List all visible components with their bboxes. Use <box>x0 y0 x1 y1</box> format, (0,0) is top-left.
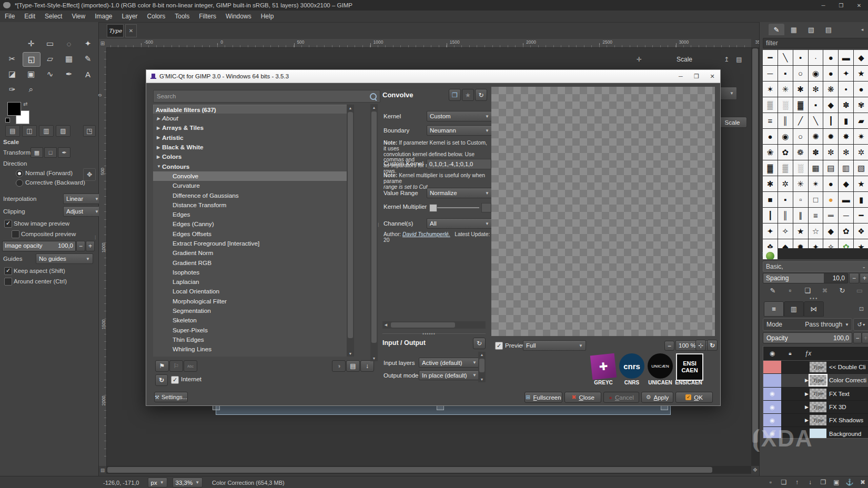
brush-swatch[interactable]: ╲ <box>778 50 793 65</box>
brush-swatch[interactable]: ✻ <box>839 145 853 160</box>
brush-swatch[interactable]: ▰ <box>854 113 868 128</box>
filter-item[interactable]: Morphological Filter <box>153 297 347 306</box>
list-view-button[interactable]: ▤ <box>346 360 360 372</box>
navigation-icon[interactable]: ✥ <box>751 466 759 474</box>
brush-swatch[interactable]: ◆ <box>854 50 868 65</box>
menu-tools[interactable]: Tools <box>170 11 194 22</box>
layer-thumbnail[interactable]: Type <box>810 362 826 372</box>
around-center-checkbox[interactable] <box>4 278 12 286</box>
opacity-decrease-button[interactable]: − <box>76 241 85 251</box>
menu-view[interactable]: View <box>67 11 90 22</box>
settings-button[interactable]: ⚒ Settings... <box>154 392 188 402</box>
io-scrollbar[interactable]: ▲ ▼ <box>478 352 486 382</box>
layer-expand-icon[interactable]: ▶ <box>781 404 809 410</box>
menu-edit[interactable]: Edit <box>19 11 40 22</box>
add-layer-mask-icon[interactable]: ▣ <box>831 477 842 486</box>
layer-expand-icon[interactable]: ▶ <box>781 378 809 383</box>
brush-swatch[interactable]: ┃ <box>763 208 778 223</box>
brush-swatch[interactable]: ✧ <box>823 239 838 248</box>
brush-swatch[interactable]: ▪ <box>778 66 793 81</box>
menu-layer[interactable]: Layer <box>117 11 143 22</box>
brush-swatch[interactable]: ● <box>854 82 868 97</box>
dock-collapse-icon[interactable]: ◂ <box>859 25 866 34</box>
paintbrush-tool-icon[interactable]: ✎ <box>79 52 96 66</box>
filter-category[interactable]: ▶Colors <box>153 152 347 161</box>
brush-swatch[interactable]: ● <box>823 192 838 207</box>
brush-swatch[interactable]: ● <box>823 50 838 65</box>
layer-color-tag[interactable]: ◉ <box>763 414 781 426</box>
brush-swatch[interactable]: ✳ <box>778 82 793 97</box>
filter-item[interactable]: Skeleton <box>153 316 347 325</box>
brush-swatch[interactable]: ✴ <box>809 176 823 191</box>
filter-category[interactable]: ▶Deformations <box>153 354 347 357</box>
brush-swatch[interactable]: ✺ <box>809 129 823 144</box>
filter-list-scrollbar[interactable]: ▲ ▼ <box>347 105 354 357</box>
delete-brush-icon[interactable]: ✖ <box>819 286 831 295</box>
brush-swatch[interactable]: ✽ <box>809 145 823 160</box>
filter-category[interactable]: ▶About <box>153 114 347 123</box>
brush-swatch[interactable]: ░ <box>778 97 793 113</box>
swap-colors-icon[interactable]: ⇄ <box>23 101 27 107</box>
open-brush-icon[interactable]: ▭ <box>854 286 865 295</box>
layer-name[interactable]: FX Shadows <box>829 417 863 423</box>
layer-thumbnail[interactable]: Type <box>810 375 826 385</box>
horizontal-ruler[interactable]: -500050010001500200025003000350 <box>106 39 751 48</box>
clipping-select[interactable]: Adjust▼ <box>63 206 102 217</box>
brush-swatch[interactable]: ━ <box>854 208 868 223</box>
layer-name[interactable]: << Double Cli <box>829 364 866 370</box>
search-input[interactable]: Search <box>153 90 380 103</box>
brush-swatch[interactable]: ● <box>823 176 838 191</box>
dock-grip[interactable]: ⋮ <box>760 251 765 257</box>
brush-swatch[interactable]: ∥ <box>793 208 808 223</box>
menu-select[interactable]: Select <box>40 11 67 22</box>
brush-swatch[interactable]: ╲ <box>809 113 823 128</box>
direction-corrective-radio[interactable] <box>16 179 23 187</box>
direction-normal-radio[interactable] <box>16 170 23 177</box>
image-opacity-slider[interactable]: Image opacity 100,0 <box>2 241 76 251</box>
filter-item[interactable]: Super-Pixels <box>153 326 347 335</box>
brush-swatch[interactable]: ▬ <box>839 50 853 65</box>
handle-mode-icon[interactable]: ✥ <box>83 168 96 181</box>
vertical-scrollbar[interactable] <box>751 47 759 466</box>
output-mode-select[interactable]: In place (default)▼ <box>419 370 480 380</box>
preview-area[interactable] <box>491 87 715 336</box>
tool-options-tab-icon[interactable]: ▤ <box>5 125 20 137</box>
pane-splitter-grip[interactable]: ⁞ <box>378 222 379 228</box>
brush-swatch[interactable]: ▦ <box>809 160 823 176</box>
rectangle-select-tool-icon[interactable]: ▭ <box>42 37 58 50</box>
layer-thumbnail[interactable]: Type <box>810 402 826 412</box>
scale-tool-icon[interactable]: ◱ <box>23 52 41 67</box>
brush-swatch[interactable]: ✹ <box>823 129 838 144</box>
anchor-layer-icon[interactable]: ⚓ <box>844 477 855 486</box>
preview-mode-select[interactable]: Full▼ <box>523 340 586 351</box>
preview-checkbox[interactable]: ✓ <box>495 342 503 350</box>
brush-swatch[interactable]: ✲ <box>854 145 868 160</box>
layer-row[interactable]: ◉ ▶ Type FX Shadows <box>763 414 868 427</box>
brush-swatch[interactable]: ▪ <box>778 192 793 207</box>
fuzzy-select-tool-icon[interactable]: ✦ <box>79 37 96 50</box>
layer-row[interactable]: ▶ Type Color Correcti <box>763 374 868 387</box>
move-tool-icon[interactable]: ✛ <box>23 37 39 50</box>
filter-item[interactable]: Curvature <box>153 181 347 190</box>
author-link[interactable]: David Tschumperlé. <box>402 231 450 237</box>
brush-swatch[interactable]: □ <box>809 192 823 207</box>
rename-favorite-button[interactable]: Abc <box>184 360 197 372</box>
perspective-tool-icon[interactable]: ▦ <box>60 52 77 66</box>
filter-item[interactable]: Difference of Gaussians <box>153 190 347 200</box>
text-tool-icon[interactable]: A <box>79 67 96 81</box>
scale-confirm-button[interactable]: Scale <box>718 117 747 128</box>
brush-swatch[interactable]: ● <box>823 66 838 81</box>
layer-row[interactable]: ◉ ▶ Type FX Text <box>763 388 868 401</box>
interpolation-select[interactable]: Linear▼ <box>63 194 102 204</box>
refresh-brushes-icon[interactable]: ↻ <box>836 286 848 295</box>
brush-swatch[interactable]: ▒ <box>763 97 778 113</box>
brush-swatch[interactable]: ★ <box>793 223 808 239</box>
brush-swatch[interactable]: ╱ <box>793 113 808 128</box>
ink-tool-icon[interactable]: ✑ <box>4 83 21 96</box>
brush-swatch[interactable]: ║ <box>778 113 793 128</box>
input-layers-select[interactable]: Active (default)▼ <box>419 358 480 368</box>
filter-item[interactable]: Distance Transform <box>153 200 347 210</box>
new-layer-group-icon[interactable]: ❏ <box>779 477 789 486</box>
brushes-dock-tab[interactable]: ✎ <box>769 24 784 35</box>
guides-select[interactable]: No guides▼ <box>36 253 93 264</box>
